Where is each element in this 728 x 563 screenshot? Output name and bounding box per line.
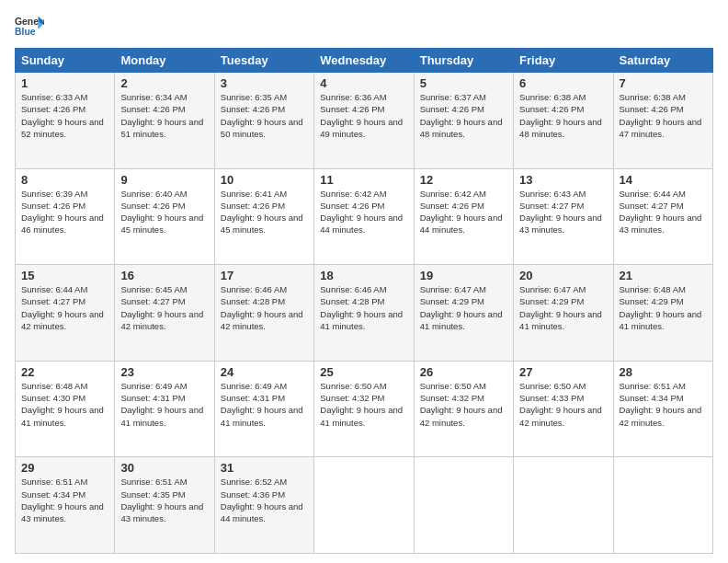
day-info: Sunrise: 6:44 AMSunset: 4:27 PMDaylight:… [21, 284, 104, 331]
day-cell: 27Sunrise: 6:50 AMSunset: 4:33 PMDayligh… [514, 361, 613, 457]
day-number: 30 [120, 461, 208, 475]
day-cell: 17Sunrise: 6:46 AMSunset: 4:28 PMDayligh… [214, 265, 313, 362]
day-number: 20 [519, 269, 607, 282]
day-number: 6 [519, 76, 607, 90]
day-info: Sunrise: 6:42 AMSunset: 4:26 PMDaylight:… [420, 189, 503, 236]
day-info: Sunrise: 6:50 AMSunset: 4:33 PMDaylight:… [519, 381, 602, 428]
day-cell: 8Sunrise: 6:39 AMSunset: 4:26 PMDaylight… [16, 168, 115, 265]
day-info: Sunrise: 6:38 AMSunset: 4:26 PMDaylight:… [519, 92, 602, 139]
day-number: 25 [320, 365, 407, 379]
day-info: Sunrise: 6:50 AMSunset: 4:32 PMDaylight:… [420, 381, 503, 428]
day-cell: 19Sunrise: 6:47 AMSunset: 4:29 PMDayligh… [414, 265, 513, 362]
day-info: Sunrise: 6:34 AMSunset: 4:26 PMDaylight:… [120, 92, 203, 139]
day-cell: 7Sunrise: 6:38 AMSunset: 4:26 PMDaylight… [613, 73, 712, 169]
day-number: 7 [620, 76, 707, 90]
week-row-2: 8Sunrise: 6:39 AMSunset: 4:26 PMDaylight… [16, 168, 713, 265]
day-info: Sunrise: 6:44 AMSunset: 4:27 PMDaylight:… [620, 189, 702, 236]
day-cell [613, 457, 712, 554]
weekday-header-wednesday: Wednesday [314, 49, 414, 73]
day-info: Sunrise: 6:49 AMSunset: 4:31 PMDaylight:… [221, 381, 303, 428]
day-cell [514, 457, 613, 554]
day-number: 15 [21, 269, 108, 282]
day-number: 9 [120, 173, 208, 187]
day-cell: 3Sunrise: 6:35 AMSunset: 4:26 PMDaylight… [214, 73, 313, 169]
day-info: Sunrise: 6:45 AMSunset: 4:27 PMDaylight:… [120, 284, 203, 331]
day-number: 16 [120, 269, 208, 282]
logo-icon: General Blue [15, 15, 44, 40]
day-number: 14 [620, 173, 707, 187]
day-cell: 30Sunrise: 6:51 AMSunset: 4:35 PMDayligh… [115, 457, 214, 554]
week-row-1: 1Sunrise: 6:33 AMSunset: 4:26 PMDaylight… [16, 73, 713, 169]
day-number: 24 [221, 365, 308, 379]
day-cell: 25Sunrise: 6:50 AMSunset: 4:32 PMDayligh… [314, 361, 414, 457]
day-info: Sunrise: 6:47 AMSunset: 4:29 PMDaylight:… [420, 284, 503, 331]
day-number: 3 [221, 76, 308, 90]
day-cell: 9Sunrise: 6:40 AMSunset: 4:26 PMDaylight… [115, 168, 214, 265]
day-info: Sunrise: 6:43 AMSunset: 4:27 PMDaylight:… [519, 189, 602, 236]
day-info: Sunrise: 6:33 AMSunset: 4:26 PMDaylight:… [21, 92, 104, 139]
day-info: Sunrise: 6:41 AMSunset: 4:26 PMDaylight:… [221, 189, 303, 236]
day-cell: 22Sunrise: 6:48 AMSunset: 4:30 PMDayligh… [16, 361, 115, 457]
day-info: Sunrise: 6:40 AMSunset: 4:26 PMDaylight:… [120, 189, 203, 236]
weekday-header-friday: Friday [514, 49, 613, 73]
day-cell: 28Sunrise: 6:51 AMSunset: 4:34 PMDayligh… [613, 361, 712, 457]
day-cell: 18Sunrise: 6:46 AMSunset: 4:28 PMDayligh… [314, 265, 414, 362]
day-cell: 10Sunrise: 6:41 AMSunset: 4:26 PMDayligh… [214, 168, 313, 265]
header: General Blue [15, 15, 713, 40]
svg-text:Blue: Blue [15, 27, 36, 37]
weekday-header-saturday: Saturday [613, 49, 712, 73]
day-number: 1 [21, 76, 108, 90]
day-info: Sunrise: 6:52 AMSunset: 4:36 PMDaylight:… [221, 477, 303, 523]
day-number: 19 [420, 269, 507, 282]
day-cell: 4Sunrise: 6:36 AMSunset: 4:26 PMDaylight… [314, 73, 414, 169]
day-info: Sunrise: 6:42 AMSunset: 4:26 PMDaylight:… [320, 189, 403, 236]
day-info: Sunrise: 6:48 AMSunset: 4:30 PMDaylight:… [21, 381, 104, 428]
day-cell: 26Sunrise: 6:50 AMSunset: 4:32 PMDayligh… [414, 361, 513, 457]
day-info: Sunrise: 6:50 AMSunset: 4:32 PMDaylight:… [320, 381, 403, 428]
day-cell: 1Sunrise: 6:33 AMSunset: 4:26 PMDaylight… [16, 73, 115, 169]
day-number: 31 [221, 461, 308, 475]
day-cell [314, 457, 414, 554]
day-cell: 31Sunrise: 6:52 AMSunset: 4:36 PMDayligh… [214, 457, 313, 554]
day-info: Sunrise: 6:46 AMSunset: 4:28 PMDaylight:… [221, 284, 303, 331]
day-cell: 13Sunrise: 6:43 AMSunset: 4:27 PMDayligh… [514, 168, 613, 265]
day-cell: 6Sunrise: 6:38 AMSunset: 4:26 PMDaylight… [514, 73, 613, 169]
day-info: Sunrise: 6:46 AMSunset: 4:28 PMDaylight:… [320, 284, 403, 331]
day-info: Sunrise: 6:38 AMSunset: 4:26 PMDaylight:… [620, 92, 702, 139]
calendar-table: SundayMondayTuesdayWednesdayThursdayFrid… [15, 48, 713, 554]
weekday-header-tuesday: Tuesday [214, 49, 313, 73]
day-info: Sunrise: 6:51 AMSunset: 4:35 PMDaylight:… [120, 477, 203, 523]
week-row-3: 15Sunrise: 6:44 AMSunset: 4:27 PMDayligh… [16, 265, 713, 362]
day-info: Sunrise: 6:51 AMSunset: 4:34 PMDaylight:… [21, 477, 104, 523]
day-number: 11 [320, 173, 407, 187]
day-info: Sunrise: 6:36 AMSunset: 4:26 PMDaylight:… [320, 92, 403, 139]
logo: General Blue [15, 15, 50, 40]
day-info: Sunrise: 6:47 AMSunset: 4:29 PMDaylight:… [519, 284, 602, 331]
day-number: 13 [519, 173, 607, 187]
day-number: 26 [420, 365, 507, 379]
day-number: 28 [620, 365, 707, 379]
day-cell: 12Sunrise: 6:42 AMSunset: 4:26 PMDayligh… [414, 168, 513, 265]
day-cell: 23Sunrise: 6:49 AMSunset: 4:31 PMDayligh… [115, 361, 214, 457]
day-cell: 16Sunrise: 6:45 AMSunset: 4:27 PMDayligh… [115, 265, 214, 362]
day-number: 27 [519, 365, 607, 379]
day-cell [414, 457, 513, 554]
day-info: Sunrise: 6:48 AMSunset: 4:29 PMDaylight:… [620, 284, 702, 331]
day-number: 17 [221, 269, 308, 282]
weekday-header-sunday: Sunday [16, 49, 115, 73]
day-info: Sunrise: 6:49 AMSunset: 4:31 PMDaylight:… [120, 381, 203, 428]
day-cell: 14Sunrise: 6:44 AMSunset: 4:27 PMDayligh… [613, 168, 712, 265]
day-info: Sunrise: 6:37 AMSunset: 4:26 PMDaylight:… [420, 92, 503, 139]
day-cell: 29Sunrise: 6:51 AMSunset: 4:34 PMDayligh… [16, 457, 115, 554]
week-row-4: 22Sunrise: 6:48 AMSunset: 4:30 PMDayligh… [16, 361, 713, 457]
day-number: 21 [620, 269, 707, 282]
day-number: 10 [221, 173, 308, 187]
day-number: 23 [120, 365, 208, 379]
page: General Blue SundayMondayTuesdayWednesda… [0, 0, 728, 563]
day-cell: 15Sunrise: 6:44 AMSunset: 4:27 PMDayligh… [16, 265, 115, 362]
day-cell: 11Sunrise: 6:42 AMSunset: 4:26 PMDayligh… [314, 168, 414, 265]
day-number: 2 [120, 76, 208, 90]
day-number: 5 [420, 76, 507, 90]
weekday-header-thursday: Thursday [414, 49, 513, 73]
day-number: 22 [21, 365, 108, 379]
